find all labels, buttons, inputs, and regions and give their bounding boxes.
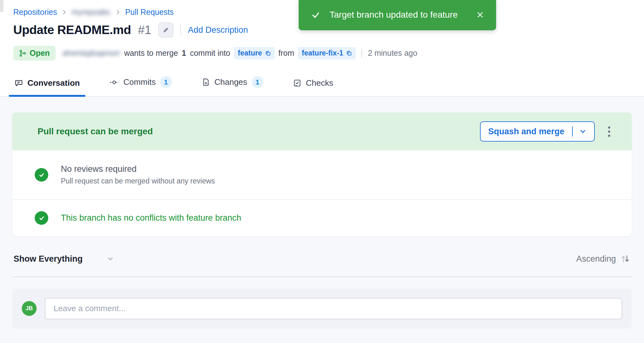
chevron-down-icon[interactable] (106, 254, 115, 263)
changes-count-badge: 1 (252, 76, 263, 88)
chevron-down-icon[interactable] (579, 128, 587, 135)
tab-checks[interactable]: Checks (292, 76, 335, 96)
merge-options-kebab-menu[interactable] (606, 124, 613, 139)
check-subtitle: Pull request can be merged without any r… (61, 177, 215, 185)
commit-icon (109, 78, 119, 87)
breadcrumb-pull-requests[interactable]: Pull Requests (125, 8, 174, 17)
comment-composer: JB (12, 288, 632, 328)
target-branch-badge[interactable]: feature (234, 47, 275, 59)
check-icon (311, 10, 321, 20)
commit-count: 1 (182, 49, 186, 58)
pr-timestamp: 2 minutes ago (368, 49, 417, 58)
merge-card-header: Pull request can be merged Squash and me… (12, 113, 632, 150)
tab-label: Commits (123, 77, 156, 87)
merge-actions: Squash and merge (480, 121, 613, 142)
status-label: Open (30, 49, 50, 58)
divider (180, 25, 181, 35)
conversation-panel: Pull request can be merged Squash and me… (0, 97, 644, 343)
target-branch-label: feature (238, 49, 262, 57)
edit-title-button[interactable] (158, 22, 173, 38)
breadcrumb-repositories[interactable]: Repositories (13, 8, 57, 17)
toast-notification: Target branch updated to feature ✕ (299, 0, 496, 30)
tab-label: Changes (214, 77, 247, 87)
check-title: This branch has no conflicts with featur… (61, 213, 241, 223)
breadcrumb-repo-redacted[interactable]: myrepoabc (72, 8, 111, 17)
page-title: Update README.md (13, 23, 131, 37)
merge-status-card: Pull request can be merged Squash and me… (12, 113, 632, 236)
merge-status-title: Pull request can be merged (38, 126, 153, 137)
meta-text-from: from (278, 49, 294, 58)
tab-label: Checks (306, 78, 333, 88)
pr-tabs: Conversation Commits 1 Changes 1 (0, 74, 644, 97)
screen-edge-fragment (0, 0, 3, 12)
filter-dropdown[interactable]: Show Everything (14, 254, 115, 264)
tab-conversation[interactable]: Conversation (13, 76, 81, 96)
check-circle-icon (35, 211, 48, 225)
meta-text-into: commit into (190, 49, 230, 58)
merge-check-row-conflicts: This branch has no conflicts with featur… (12, 200, 632, 236)
file-diff-icon (202, 78, 210, 86)
squash-and-merge-button[interactable]: Squash and merge (480, 121, 595, 142)
copy-icon[interactable] (265, 50, 271, 56)
chevron-right-icon (115, 9, 121, 15)
check-texts: No reviews required Pull request can be … (61, 164, 215, 185)
toast-message: Target branch updated to feature (330, 10, 458, 20)
merge-check-row-reviews: No reviews required Pull request can be … (12, 150, 632, 199)
close-icon[interactable]: ✕ (476, 9, 484, 20)
chevron-right-icon (61, 9, 67, 15)
pr-meta-row: Open ahemtqdoqenorr wants to merge 1 com… (13, 46, 631, 61)
avatar: JB (22, 301, 37, 316)
git-merge-icon (19, 49, 26, 57)
divider (12, 276, 632, 277)
divider (572, 126, 573, 137)
tab-commits[interactable]: Commits 1 (108, 74, 173, 96)
tab-label: Conversation (27, 78, 80, 88)
pr-number: #1 (138, 23, 151, 37)
sort-label: Ascending (576, 254, 616, 264)
timeline-controls: Show Everything Ascending (12, 254, 632, 264)
comment-bubble-icon (15, 79, 23, 87)
tab-changes[interactable]: Changes 1 (200, 74, 265, 96)
active-tab-indicator (9, 95, 85, 97)
status-badge-open: Open (13, 46, 56, 61)
merge-button-label: Squash and merge (488, 127, 565, 137)
source-branch-label: feature-fix-1 (302, 49, 343, 57)
commits-count-badge: 1 (160, 76, 172, 88)
copy-icon[interactable] (346, 50, 352, 56)
author-name-redacted[interactable]: ahemtqdoqenorr (62, 49, 120, 58)
checklist-icon (293, 79, 302, 87)
source-branch-badge[interactable]: feature-fix-1 (298, 47, 356, 59)
check-circle-icon (35, 168, 48, 182)
add-description-link[interactable]: Add Description (188, 25, 248, 35)
check-title: No reviews required (61, 164, 215, 174)
sort-toggle[interactable]: Ascending (576, 254, 630, 264)
sort-arrows-icon[interactable] (620, 254, 630, 264)
divider (361, 49, 362, 58)
pencil-icon (162, 26, 169, 33)
filter-label: Show Everything (14, 254, 83, 264)
meta-text-wants: wants to merge (124, 49, 178, 58)
comment-input[interactable] (45, 298, 622, 319)
